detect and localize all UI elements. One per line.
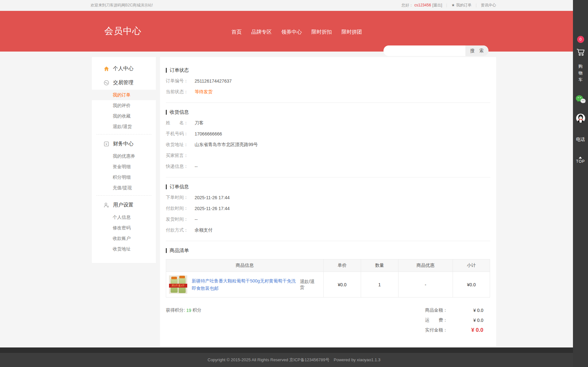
pay-time-row: 付款时间： 2025-11-26 17:44 [166, 203, 490, 214]
goods-amount-value: ¥ 0.0 [447, 308, 483, 313]
footer: Copyright © 2015-2025 All Rights Reserve… [0, 347, 588, 367]
welcome-text: 欢迎来到刀客源码网B2C商城演示站! [91, 3, 153, 8]
order-status-row: 当前状态： 等待发货 [166, 86, 490, 97]
nav-group-buy[interactable]: 限时拼团 [342, 29, 362, 36]
top-bar: 欢迎来到刀客源码网B2C商城演示站! 您好：cs123456[退出] ★我的订单… [0, 0, 588, 11]
trade-icon [103, 80, 109, 86]
section-shipping-info: 收货信息 [166, 109, 490, 116]
points-value: 19 [186, 308, 191, 313]
pay-method-value: 余额支付 [195, 227, 213, 233]
sidebar-item-my-favorites[interactable]: 我的收藏 [92, 111, 156, 121]
nav-coupon-center[interactable]: 领券中心 [281, 29, 302, 36]
main-nav: 首页 品牌专区 领券中心 限时折扣 限时拼团 [231, 29, 362, 36]
sidebar-group-label: 财务中心 [113, 141, 133, 147]
sidebar-group-trade[interactable]: 交易管理 [92, 76, 156, 90]
divider [166, 241, 490, 241]
sidebar-item-my-orders[interactable]: 我的订单 [92, 90, 156, 100]
cart-icon[interactable] [576, 47, 585, 57]
up-arrow-icon [579, 157, 582, 159]
search-input[interactable] [383, 45, 465, 56]
goods-header-row: 商品信息 单价 数量 商品优惠 小计 [166, 259, 490, 272]
sidebar-item-payment-account[interactable]: 收款账户 [92, 233, 156, 244]
sidebar-item-shipping-address[interactable]: 收货地址 [92, 244, 156, 254]
order-status-badge: 等待发货 [195, 89, 213, 95]
pay-time-value: 2025-11-26 17:44 [195, 206, 230, 211]
section-product-list: 商品清单 [166, 247, 490, 254]
back-to-top-button[interactable]: TOP [576, 157, 585, 164]
order-time-value: 2025-11-26 17:44 [195, 195, 230, 200]
user-settings-icon [103, 202, 109, 208]
sidebar-item-funds-detail[interactable]: 资金明细 [92, 161, 156, 172]
shipping-fee-value: ¥ 0.0 [447, 318, 483, 323]
goods-amount-label: 商品金额： [425, 307, 447, 313]
ship-time-label: 发货时间： [166, 216, 195, 222]
sidebar-item-my-coupons[interactable]: 我的优惠券 [92, 151, 156, 161]
goods-amount-row: 商品金额： ¥ 0.0 [425, 305, 483, 315]
greeting: 您好：cs123456[退出] [402, 3, 442, 8]
greeting-label: 您好： [402, 3, 413, 7]
order-no-label: 订单编号： [166, 78, 195, 84]
divider [166, 177, 490, 177]
cart-label[interactable]: 购物车 [578, 63, 583, 83]
nav-flash-discount[interactable]: 限时折扣 [311, 29, 332, 36]
goods-table: 商品信息 单价 数量 商品优惠 小计 买2斤送1斤 [166, 259, 490, 298]
order-time-row: 下单时间： 2025-11-26 17:44 [166, 192, 490, 203]
ship-time-row: 发货时间： -- [166, 214, 490, 225]
order-no-value: 251126174427637 [195, 78, 232, 84]
nav-home[interactable]: 首页 [231, 29, 242, 36]
section-bar [166, 110, 167, 115]
home-icon [103, 66, 109, 72]
sidebar-group-personal[interactable]: 个人中心 [92, 61, 156, 76]
phone-link[interactable]: 电话 [576, 137, 585, 143]
sidebar-item-recharge-withdraw[interactable]: 充值/提现 [92, 183, 156, 193]
sidebar-group-user-settings[interactable]: 用户设置 [92, 198, 156, 212]
search-button[interactable]: 搜 索 [465, 45, 488, 56]
sidebar-item-profile[interactable]: 个人信息 [92, 212, 156, 223]
divider [96, 134, 151, 135]
product-name-link[interactable]: 新疆特产吐鲁番大颗粒葡萄干500g无籽黄葡萄干免洗即食散装包邮 [192, 277, 300, 292]
sidebar-group-label: 用户设置 [113, 202, 133, 208]
order-time-label: 下单时间： [166, 195, 195, 200]
tracking-value: -- [195, 164, 197, 169]
quantity-cell: 1 [361, 272, 398, 298]
sidebar-item-change-password[interactable]: 修改密码 [92, 223, 156, 233]
shipping-fee-label: 运 费： [425, 317, 447, 323]
site-header: 会员中心 首页 品牌专区 领券中心 限时折扣 限时拼团 搜 索 [0, 11, 588, 52]
wechat-icon[interactable] [575, 94, 586, 104]
page-title: 会员中心 [104, 25, 141, 37]
paid-amount-row: 实付金额： ¥ 0.0 [425, 325, 483, 335]
my-orders-link[interactable]: ★我的订单 [451, 3, 471, 8]
sidebar: 个人中心 交易管理 我的订单 我的评价 我的收藏 退款/退货 ¥ 财务中心 我的… [92, 57, 156, 263]
qq-icon[interactable] [576, 113, 586, 124]
section-bar [166, 248, 167, 253]
discount-cell: - [398, 272, 453, 298]
sidebar-group-finance[interactable]: ¥ 财务中心 [92, 137, 156, 151]
content-area: 个人中心 交易管理 我的订单 我的评价 我的收藏 退款/退货 ¥ 财务中心 我的… [0, 52, 588, 346]
recipient-name-value: 刀客 [195, 120, 204, 126]
earned-points: 获得积分: 19 积分 [166, 305, 201, 315]
logout-link[interactable]: [退出] [432, 3, 442, 7]
address-value: 山东省青岛市市北区漂亮路99号 [195, 142, 258, 148]
recipient-name-row: 姓 名： 刀客 [166, 118, 490, 128]
finance-icon: ¥ [103, 141, 109, 147]
phone-value: 17066666666 [195, 131, 222, 136]
pay-method-label: 付款方式： [166, 227, 195, 233]
section-title-label: 收货信息 [170, 109, 189, 115]
sidebar-item-my-reviews[interactable]: 我的评价 [92, 100, 156, 111]
unit-price-cell: ¥0.0 [323, 272, 361, 298]
points-unit: 积分 [192, 307, 201, 313]
order-summary: 获得积分: 19 积分 商品金额： ¥ 0.0 运 费： ¥ 0.0 实付金额：… [166, 305, 490, 335]
address-label: 收货地址： [166, 142, 195, 148]
section-title-label: 订单信息 [170, 184, 189, 190]
tracking-label: 快递信息： [166, 164, 195, 169]
nav-brand-zone[interactable]: 品牌专区 [251, 29, 272, 36]
section-title-label: 订单状态 [170, 67, 189, 73]
divider [96, 195, 151, 196]
float-toolbar: 0 购物车 电话 TOP [573, 0, 588, 367]
sidebar-item-points-detail[interactable]: 积分明细 [92, 172, 156, 183]
news-center-link[interactable]: 资讯中心 [481, 3, 496, 8]
sidebar-item-refund-return[interactable]: 退款/退货 [92, 121, 156, 132]
product-image[interactable]: 买2斤送1斤 [169, 275, 187, 294]
col-subtotal: 小计 [453, 259, 490, 272]
refund-return-label: 退款/退货 [300, 279, 317, 290]
